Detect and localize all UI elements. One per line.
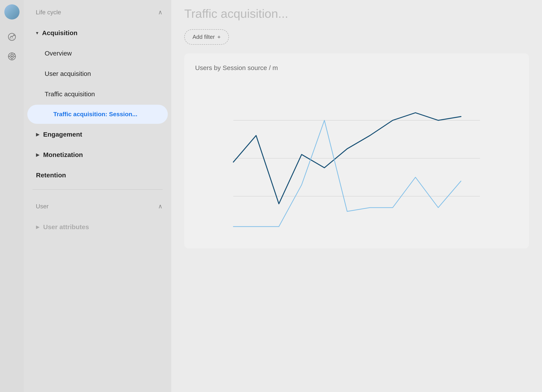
user-chevron: ∧ xyxy=(158,203,163,210)
sidebar-item-retention[interactable]: Retention xyxy=(27,165,168,185)
engagement-arrow: ▶ xyxy=(36,132,39,137)
sidebar-item-overview[interactable]: Overview xyxy=(27,44,168,63)
overview-label: Overview xyxy=(45,50,72,57)
app-logo[interactable] xyxy=(4,4,20,20)
chart-area xyxy=(195,82,518,234)
add-filter-icon: + xyxy=(217,34,221,40)
chart-title: Users by Session source / m xyxy=(195,64,518,71)
user-acquisition-label: User acquisition xyxy=(45,70,91,77)
sidebar-item-traffic-acquisition[interactable]: Traffic acquisition xyxy=(27,84,168,104)
sidebar-item-traffic-acquisition-session[interactable]: Traffic acquisition: Session... xyxy=(27,105,168,124)
user-section-header[interactable]: User ∧ xyxy=(24,194,171,216)
user-section: User ∧ ▶ User attributes xyxy=(24,194,171,237)
sidebar-item-monetization[interactable]: ▶ Monetization xyxy=(27,145,168,164)
acquisition-arrow: ▾ xyxy=(36,30,38,36)
user-attributes-arrow: ▶ xyxy=(36,224,39,230)
svg-point-3 xyxy=(11,56,13,57)
main-content: Traffic acquisition... Add filter + User… xyxy=(171,0,542,392)
user-label: User xyxy=(36,203,49,210)
add-filter-label: Add filter xyxy=(193,34,215,40)
sidebar: Life cycle ∧ ▾ Acquisition Overview User… xyxy=(24,0,171,392)
lifecycle-section-header[interactable]: Life cycle ∧ xyxy=(24,0,171,22)
icon-rail xyxy=(0,0,24,392)
page-title: Traffic acquisition... xyxy=(184,0,529,21)
traffic-acquisition-session-label: Traffic acquisition: Session... xyxy=(53,111,137,118)
sidebar-item-engagement[interactable]: ▶ Engagement xyxy=(27,125,168,144)
engagement-label: Engagement xyxy=(43,131,82,138)
targeting-icon[interactable] xyxy=(5,50,18,63)
section-divider xyxy=(33,189,163,190)
user-attributes-label: User attributes xyxy=(43,223,89,231)
chart-svg xyxy=(195,82,518,234)
sidebar-item-user-acquisition[interactable]: User acquisition xyxy=(27,64,168,83)
acquisition-label: Acquisition xyxy=(42,29,77,37)
retention-label: Retention xyxy=(36,172,66,179)
traffic-acquisition-label: Traffic acquisition xyxy=(45,90,95,98)
sidebar-item-acquisition[interactable]: ▾ Acquisition xyxy=(27,23,168,43)
lifecycle-chevron: ∧ xyxy=(158,9,163,16)
lifecycle-label: Life cycle xyxy=(36,9,61,16)
chart-card: Users by Session source / m xyxy=(184,53,529,249)
lifecycle-section: Life cycle ∧ ▾ Acquisition Overview User… xyxy=(24,0,171,185)
analytics-icon[interactable] xyxy=(5,30,18,43)
chart-series-secondary xyxy=(233,120,461,227)
monetization-label: Monetization xyxy=(43,151,83,158)
sidebar-item-user-attributes[interactable]: ▶ User attributes xyxy=(27,217,168,237)
add-filter-button[interactable]: Add filter + xyxy=(184,29,229,45)
monetization-arrow: ▶ xyxy=(36,152,39,158)
